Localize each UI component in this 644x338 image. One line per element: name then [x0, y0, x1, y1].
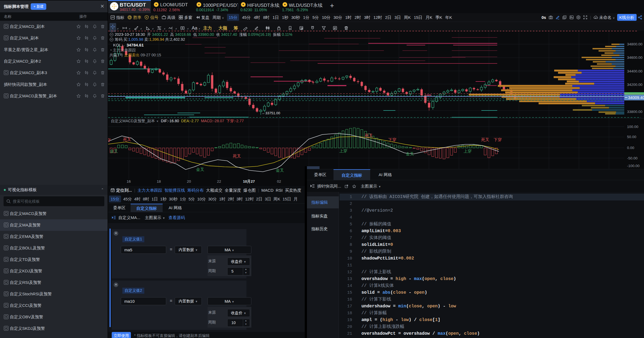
svg-text:02: 02	[277, 179, 281, 183]
svg-text:34009.40: 34009.40	[628, 95, 644, 100]
svg-text:下穿: 下穿	[494, 137, 502, 142]
svg-text:16: 16	[127, 179, 131, 183]
svg-text:20: 20	[187, 179, 191, 183]
svg-text:上穿: 上穿	[464, 149, 472, 153]
svg-text:34400.00: 34400.00	[627, 69, 642, 73]
svg-text:上穿: 上穿	[339, 148, 347, 153]
svg-text:34200.00: 34200.00	[627, 83, 642, 87]
svg-text:10月27: 10月27	[243, 179, 255, 183]
svg-text:死叉: 死叉	[365, 133, 373, 138]
svg-text:金叉: 金叉	[196, 167, 204, 172]
svg-text:34800.00: 34800.00	[627, 42, 642, 46]
svg-text:3: 3	[171, 28, 173, 30]
svg-text:33800.00: 33800.00	[627, 110, 642, 114]
svg-text:22: 22	[217, 179, 221, 183]
svg-text:金叉: 金叉	[406, 151, 414, 156]
svg-text:死叉: 死叉	[233, 154, 241, 158]
svg-text:-100.00: -100.00	[627, 164, 640, 168]
svg-text:18: 18	[157, 179, 161, 183]
svg-text:-50.00: -50.00	[627, 156, 637, 160]
svg-text:0.00: 0.00	[627, 146, 634, 150]
svg-text:金叉: 金叉	[110, 149, 118, 153]
svg-text:金叉: 金叉	[276, 168, 284, 173]
svg-text:穿: 穿	[108, 138, 111, 142]
svg-text:34600.00: 34600.00	[627, 56, 642, 60]
svg-text:50.00: 50.00	[627, 135, 636, 139]
svg-text:下穿: 下穿	[388, 137, 396, 142]
svg-text:100.00: 100.00	[627, 125, 638, 129]
svg-text:死叉: 死叉	[123, 137, 131, 142]
svg-text:死叉: 死叉	[481, 137, 489, 142]
